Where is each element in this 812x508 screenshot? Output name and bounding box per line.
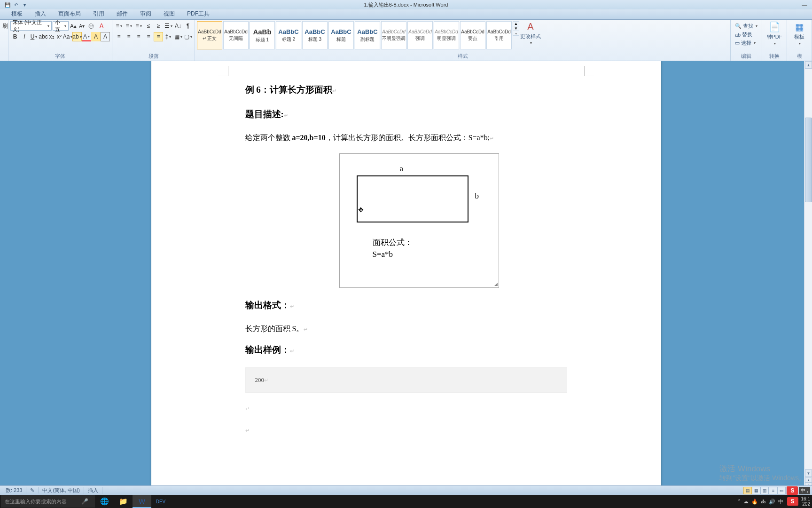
grow-font-icon[interactable]: A▴ <box>70 21 77 31</box>
char-border-button[interactable]: A <box>101 32 110 41</box>
undo-icon[interactable]: ↶ <box>12 1 20 8</box>
char-shading-button[interactable]: A <box>91 32 101 41</box>
find-button[interactable]: 🔍查找▾ <box>734 22 759 30</box>
styles-gallery[interactable]: AaBbCcDd↵ 正文AaBbCcDd无间隔AaBb标题 1AaBbC标题 2… <box>197 21 512 49</box>
highlight-button[interactable]: ab▾ <box>72 32 82 41</box>
style-正文[interactable]: AaBbCcDd↵ 正文 <box>197 21 222 49</box>
document-area[interactable]: 例 6：计算长方形面积↵ 题目描述:↵ 给定两个整数 a=20,b=10，计算出… <box>0 61 812 493</box>
qat-more-icon[interactable]: ▾ <box>21 1 28 8</box>
microphone-icon[interactable]: 🎤 <box>81 498 88 505</box>
font-name-select[interactable]: 宋体 (中文正文)▾ <box>10 21 52 31</box>
style-不明显强调[interactable]: AaBbCcDd不明显强调 <box>381 21 406 49</box>
phonetic-guide-icon[interactable]: ㊥ <box>86 21 96 31</box>
prev-page-icon[interactable]: ▲ <box>805 477 812 483</box>
sogou-ime-icon[interactable]: S <box>787 486 798 495</box>
italic-button[interactable]: I <box>20 32 29 41</box>
tab-template[interactable]: 模板 <box>6 8 28 19</box>
shading-button[interactable]: ▦▾ <box>173 32 183 41</box>
style-无间隔[interactable]: AaBbCcDd无间隔 <box>223 21 249 49</box>
sort-button[interactable]: A↓ <box>173 21 183 31</box>
tray-onedrive-icon[interactable]: ☁ <box>743 499 749 505</box>
tray-network-icon[interactable]: 🖧 <box>761 499 766 504</box>
increase-indent-button[interactable]: ≥ <box>154 21 163 31</box>
spellcheck-icon[interactable]: ✎ <box>26 487 39 493</box>
web-layout-view-icon[interactable]: ▥ <box>760 487 769 494</box>
style-标题 3[interactable]: AaBbC标题 3 <box>302 21 328 49</box>
asian-layout-button[interactable]: ☰▾ <box>164 21 173 31</box>
show-marks-button[interactable]: ¶ <box>183 21 193 31</box>
tray-volume-icon[interactable]: 🔊 <box>769 499 775 505</box>
change-styles-button[interactable]: A 更改样式 ▾ <box>520 21 541 45</box>
gallery-down-icon[interactable]: ▼ <box>513 26 519 31</box>
tray-clock[interactable]: 16:1 202 <box>801 496 810 507</box>
document-content[interactable]: 例 6：计算长方形面积↵ 题目描述:↵ 给定两个整数 a=20,b=10，计算出… <box>151 65 661 436</box>
justify-button[interactable]: ≡ <box>144 32 153 41</box>
align-left-button[interactable]: ≡ <box>114 32 124 41</box>
tab-review[interactable]: 审阅 <box>134 8 157 19</box>
taskbar-browser-icon[interactable]: 🌐 <box>95 495 114 508</box>
tab-pdf-tools[interactable]: PDF工具 <box>181 8 215 19</box>
format-painter-icon[interactable]: 刷 <box>2 21 8 31</box>
gallery-more-icon[interactable]: ⌄ <box>513 31 519 36</box>
language-status[interactable]: 中文(简体, 中国) <box>39 487 84 494</box>
word-count[interactable]: 数: 233 <box>2 487 26 494</box>
distribute-button[interactable]: ≡ <box>154 32 163 41</box>
taskbar-word-icon[interactable]: W <box>133 495 151 508</box>
tray-flame-icon[interactable]: 🔥 <box>751 499 758 505</box>
style-强调[interactable]: AaBbCcDd强调 <box>407 21 433 49</box>
template-button[interactable]: ▦ 模板 ▾ <box>789 21 810 46</box>
ime-language[interactable]: 中 , <box>799 487 810 494</box>
save-icon[interactable]: 💾 <box>4 1 11 8</box>
align-center-button[interactable]: ≡ <box>124 32 133 41</box>
style-标题[interactable]: AaBbC标题 <box>328 21 354 49</box>
style-引用[interactable]: AaBbCcDd引用 <box>486 21 512 49</box>
bold-button[interactable]: B <box>10 32 20 41</box>
superscript-button[interactable]: x² <box>55 32 63 41</box>
subscript-button[interactable]: x₂ <box>48 32 55 41</box>
scroll-thumb[interactable] <box>805 118 812 202</box>
replace-button[interactable]: ab替换 <box>734 31 759 39</box>
line-spacing-button[interactable]: ‡▾ <box>164 32 173 41</box>
diagram-rectangle[interactable] <box>357 175 468 222</box>
page[interactable]: 例 6：计算长方形面积↵ 题目描述:↵ 给定两个整数 a=20,b=10，计算出… <box>151 61 661 493</box>
style-明显强调[interactable]: AaBbCcDd明显强调 <box>434 21 459 49</box>
style-标题 2[interactable]: AaBbC标题 2 <box>276 21 301 49</box>
draft-view-icon[interactable]: ▭ <box>777 487 786 494</box>
insert-mode[interactable]: 插入 <box>84 487 102 494</box>
align-right-button[interactable]: ≡ <box>134 32 143 41</box>
diagram-canvas[interactable]: a b 面积公式： S=a*b ◢ <box>339 153 499 288</box>
tab-references[interactable]: 引用 <box>87 8 110 19</box>
print-layout-view-icon[interactable]: ▤ <box>743 487 752 494</box>
fullscreen-view-icon[interactable]: ▦ <box>752 487 760 494</box>
tray-sogou-icon[interactable]: S <box>787 497 798 506</box>
style-副标题[interactable]: AaBbC副标题 <box>355 21 380 49</box>
tab-insert[interactable]: 插入 <box>29 8 52 19</box>
decrease-indent-button[interactable]: ≤ <box>144 21 153 31</box>
style-要点[interactable]: AaBbCcDd要点 <box>460 21 485 49</box>
underline-button[interactable]: U▾ <box>29 32 39 41</box>
strikethrough-button[interactable]: abc <box>39 32 48 41</box>
tray-up-icon[interactable]: ˄ <box>738 499 741 505</box>
tab-view[interactable]: 视图 <box>158 8 180 19</box>
gallery-up-icon[interactable]: ▲ <box>513 22 519 26</box>
select-button[interactable]: ▭选择▾ <box>734 39 759 47</box>
gallery-scroll[interactable]: ▲ ▼ ⌄ <box>513 21 519 36</box>
tray-ime-icon[interactable]: 中 <box>778 498 783 505</box>
scroll-up-icon[interactable]: ▲ <box>805 61 812 69</box>
font-size-select[interactable]: 小五▾ <box>53 21 69 31</box>
clear-format-icon[interactable]: A <box>97 21 106 31</box>
taskbar-devcpp-icon[interactable]: DEV <box>151 495 170 508</box>
minimize-button[interactable]: — <box>798 0 811 9</box>
taskbar-search[interactable]: 在这里输入你要搜索的内容 🎤 <box>1 495 95 508</box>
scroll-down-icon[interactable]: ▼ <box>805 469 812 477</box>
multilevel-button[interactable]: ≡▾ <box>134 21 143 31</box>
borders-button[interactable]: ▢▾ <box>183 32 193 41</box>
outline-view-icon[interactable]: ≡ <box>769 487 777 494</box>
style-标题 1[interactable]: AaBb标题 1 <box>250 21 275 49</box>
numbering-button[interactable]: ≡▾ <box>124 21 133 31</box>
tab-mailings[interactable]: 邮件 <box>111 8 133 19</box>
font-color-button[interactable]: A▾ <box>82 32 91 41</box>
tab-layout[interactable]: 页面布局 <box>53 8 86 19</box>
vertical-scrollbar[interactable]: ▲ ▼ ▲ ○ ▼ <box>804 61 812 493</box>
bullets-button[interactable]: ≡▾ <box>114 21 124 31</box>
